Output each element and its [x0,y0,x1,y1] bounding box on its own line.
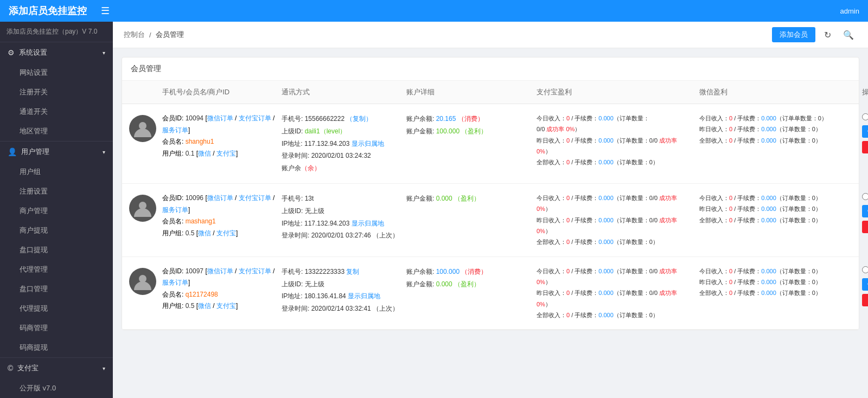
ip-2: IP地址: 117.132.94.203 显示归属地 [282,217,400,230]
account-cell-3: 账户余额: 100.000 （消费） 账户金额: 0.000 （盈利） [403,264,533,293]
table-row: 会员ID: 10096 [微信订单 / 支付宝订单 / 服务订单] 会员名: m… [122,184,859,257]
alipay-cell-1: 今日收入：0 / 手续费：0.000（订单数量：0/0 成功率 0%） 昨日收入… [533,111,696,170]
sidebar-item-merchant-code[interactable]: 码商管理 [0,318,113,338]
member-id-3: 会员ID: 10097 [微信订单 / 支付宝订单 / 服务订单] [162,266,275,289]
remove-checkbox-label-3: 勾选,准备移除该会员 [862,266,868,274]
table-row: 会员ID: 10094 [微信订单 / 支付宝订单 / 服务订单] 会员名: s… [122,104,859,184]
top-header: 添加店员免挂监控 ☰ admin [0,0,868,22]
member-group-2: 用户组: 0.5 [微信 / 支付宝] [162,228,275,240]
th-comm: 通讯方式 [278,85,403,99]
sidebar-item-merchant-withdraw[interactable]: 商户提现 [0,221,113,240]
sidebar-item-channel-switch[interactable]: 通道开关 [0,102,113,121]
breadcrumb-home[interactable]: 控制台 [124,30,145,40]
sidebar-item-usergroup[interactable]: 用户组 [0,162,113,182]
content-area: 控制台 / 会员管理 添加会员 ↻ 🔍 会员管理 手机号/会员名/商户ID 通讯… [113,22,868,398]
member-group-1: 用户组: 0.1 [微信 / 支付宝] [162,148,275,160]
alipay-icon: © [8,364,13,373]
remove-radio-1[interactable] [862,113,868,120]
alipay-cell-2: 今日收入：0 / 手续费：0.000（订单数量：0/0 成功率 0%） 昨日收入… [533,190,696,250]
search-button[interactable]: 🔍 [840,29,857,41]
login-2: 登录时间: 2020/02/01 03:27:46 （上次） [282,229,400,242]
sidebar-group-system-label: 系统设置 [19,48,47,57]
th-account: 账户详细 [403,85,533,99]
sidebar-group-users-label: 用户管理 [21,147,49,157]
edit-button-1[interactable]: ✏ 修改资料 [862,125,868,138]
remove-radio-2[interactable] [862,193,868,200]
sidebar: 添加店员免挂监控（pay）V 7.0 ⚙ 系统设置 ▾ 网站设置 注册开关 通道… [0,22,113,398]
panel-title: 会员管理 [122,57,859,81]
upper-1: 上级ID: daili1（level） [282,125,400,138]
breadcrumb-current: 会员管理 [156,30,184,40]
avatar-cell-1 [126,111,159,142]
menu-toggle-icon[interactable]: ☰ [101,5,110,17]
sidebar-group-system[interactable]: ⚙ 系统设置 ▾ [0,42,113,63]
remove-radio-3[interactable] [862,266,868,273]
avatar-cell-3 [126,264,159,295]
comm-cell-3: 手机号: 13322223333 复制 上级ID: 无上级 IP地址: 180.… [278,264,403,317]
chevron-down-icon-users: ▾ [103,149,105,155]
login-1: 登录时间: 2020/02/01 03:24:32 [282,150,400,162]
th-member-id: 手机号/会员名/商户ID [159,85,278,99]
edit-button-3[interactable]: ✏ 修改资料 [862,278,868,291]
balance-3: 账户余额: 100.000 （消费） [406,266,530,278]
amount-2: 账户金额: 0.000 （盈利） [406,192,530,205]
sidebar-item-register-settings[interactable]: 注册设置 [0,182,113,201]
phone-3: 手机号: 13322223333 复制 [282,266,400,278]
login-3: 登录时间: 2020/02/14 03:32:41 （上次） [282,303,400,315]
sidebar-item-register-switch[interactable]: 注册开关 [0,82,113,102]
gear-icon: ⚙ [8,48,15,57]
main-layout: 添加店员免挂监控（pay）V 7.0 ⚙ 系统设置 ▾ 网站设置 注册开关 通道… [0,22,868,398]
sidebar-item-merchant-code-withdraw[interactable]: 码商提现 [0,338,113,357]
member-group-3: 用户组: 0.5 [微信 / 支付宝] [162,300,275,312]
sidebar-item-website[interactable]: 网站设置 [0,63,113,82]
sidebar-group-users[interactable]: 👤 用户管理 ▾ [0,142,113,162]
breadcrumb-sep: / [149,31,151,39]
sidebar-item-region[interactable]: 地区管理 [0,121,113,141]
balance-1: 账户余额: 20.165 （消费） [406,113,530,125]
avatar-cell-2 [126,190,159,222]
amount-1: 账户金额: 100.000 （盈利） [406,125,530,138]
member-id-2: 会员ID: 10096 [微信订单 / 支付宝订单 / 服务订单] [162,192,275,216]
add-member-button[interactable]: 添加会员 [772,27,815,42]
chevron-down-icon-alipay: ▾ [103,365,105,371]
sidebar-item-agent[interactable]: 代理管理 [0,260,113,279]
table-row: 会员ID: 10097 [微信订单 / 支付宝订单 / 服务订单] 会员名: q… [122,257,859,330]
sidebar-item-盘口-withdraw[interactable]: 盘口提现 [0,240,113,260]
alipay-cell-3: 今日收入：0 / 手续费：0.000（订单数量：0/0 成功率 0%） 昨日收入… [533,264,696,323]
main-content: 会员管理 手机号/会员名/商户ID 通讯方式 账户详细 支付宝盈利 微信盈利 操… [113,48,868,398]
svg-point-0 [139,122,146,130]
delete-button-2[interactable]: 🗑 移除会员 [862,221,868,233]
info-cell-3: 会员ID: 10097 [微信订单 / 支付宝订单 / 服务订单] 会员名: q… [159,264,278,314]
th-avatar [126,85,159,99]
member-name-3: 会员名: q12172498 [162,289,275,301]
sidebar-section-alipay: © 支付宝 ▾ 公开版 v7.0 交易订单 [0,358,113,398]
phone-2: 手机号: 13t [282,192,400,205]
sidebar-group-alipay-label: 支付宝 [17,363,39,373]
wechat-cell-1: 今日收入：0 / 手续费：0.000（订单单数量：0） 昨日收入：0 / 手续费… [696,111,859,148]
sidebar-item-agent-withdraw[interactable]: 代理提现 [0,299,113,318]
amount-3: 账户金额: 0.000 （盈利） [406,278,530,291]
sidebar-group-alipay[interactable]: © 支付宝 ▾ [0,358,113,378]
account-cell-2: 账户金额: 0.000 （盈利） [403,190,533,207]
ip-1: IP地址: 117.132.94.203 显示归属地 [282,138,400,150]
breadcrumb-bar: 控制台 / 会员管理 添加会员 ↻ 🔍 [113,22,868,48]
refresh-button[interactable]: ↻ [821,29,834,41]
edit-button-2[interactable]: ✏ 修改资料 [862,205,868,217]
extra-1: 账户余（余） [282,162,400,175]
breadcrumb-actions: 添加会员 ↻ 🔍 [772,27,857,42]
sidebar-item-盘口-manage[interactable]: 盘口管理 [0,279,113,299]
delete-button-3[interactable]: 🗑 移除会员 [862,294,868,306]
user-icon: 👤 [8,147,17,156]
th-wechat: 微信盈利 [696,85,859,99]
account-cell-1: 账户余额: 20.165 （消费） 账户金额: 100.000 （盈利） [403,111,533,140]
table-header-row: 手机号/会员名/商户ID 通讯方式 账户详细 支付宝盈利 微信盈利 操作 [122,81,859,104]
sidebar-item-public[interactable]: 公开版 v7.0 [0,378,113,398]
action-cell-3: 勾选,准备移除该会员 ✏ 修改资料 🗑 移除会员 [859,264,868,309]
sidebar-item-merchant[interactable]: 商户管理 [0,201,113,221]
member-panel: 会员管理 手机号/会员名/商户ID 通讯方式 账户详细 支付宝盈利 微信盈利 操… [122,57,859,330]
comm-cell-2: 手机号: 13t 上级ID: 无上级 IP地址: 117.132.94.203 … [278,190,403,244]
svg-point-2 [139,275,146,283]
delete-button-1[interactable]: 🗑 移除会员 [862,141,868,153]
remove-checkbox-label-1: 勾选,准备移除该会员 [862,113,868,121]
wechat-cell-3: 今日收入：0 / 手续费：0.000（订单数量：0） 昨日收入：0 / 手续费：… [696,264,859,301]
